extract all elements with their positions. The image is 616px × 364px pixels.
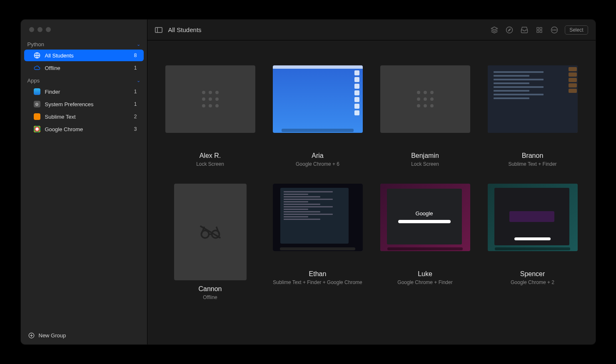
app-window: Python ⌄ All Students 8 Offline 1 Apps ⌄… <box>21 20 596 344</box>
sidebar-item-count: 1 <box>134 65 137 71</box>
student-status: Sublime Text + Finder <box>508 161 556 167</box>
sidebar-section-python[interactable]: Python ⌄ <box>21 38 147 49</box>
close-icon[interactable] <box>29 27 34 32</box>
zoom-icon[interactable] <box>46 27 51 32</box>
student-card[interactable]: Google Luke Google Chrome + Finder <box>379 184 471 300</box>
svg-rect-7 <box>540 30 542 32</box>
page-title: All Students <box>168 26 202 33</box>
student-thumbnail <box>174 184 247 280</box>
grid-icon[interactable] <box>535 25 544 35</box>
minimize-icon[interactable] <box>37 27 42 32</box>
student-card[interactable]: Benjamin Lock Screen <box>379 65 471 167</box>
sidebar-item-offline[interactable]: Offline 1 <box>24 62 144 74</box>
sidebar-item-count: 1 <box>134 101 137 107</box>
sidebar: Python ⌄ All Students 8 Offline 1 Apps ⌄… <box>21 20 147 344</box>
sidebar-item-label: Offline <box>45 65 134 71</box>
sidebar-item-label: Finder <box>45 89 134 95</box>
sublime-icon <box>33 113 41 120</box>
sidebar-item-finder[interactable]: Finder 1 <box>24 86 144 97</box>
student-name: Spencer <box>520 270 545 278</box>
sidebar-item-label: All Students <box>45 52 134 59</box>
student-thumbnail <box>273 184 363 251</box>
student-name: Benjamin <box>411 152 439 160</box>
svg-rect-6 <box>537 30 539 32</box>
svg-point-3 <box>506 27 513 33</box>
svg-point-11 <box>556 30 556 30</box>
student-status: Lock Screen <box>196 161 224 167</box>
sidebar-item-label: System Preferences <box>45 101 134 107</box>
sidebar-item-count: 1 <box>134 89 137 95</box>
student-grid: Alex R. Lock Screen Aria Google Chrome +… <box>147 40 596 344</box>
student-thumbnail <box>380 65 470 133</box>
compass-icon[interactable] <box>505 25 514 35</box>
student-name: Branon <box>522 152 544 160</box>
student-status: Lock Screen <box>411 161 439 167</box>
student-name: Alex R. <box>200 152 221 160</box>
student-status: Google Chrome + Finder <box>397 279 452 285</box>
student-thumbnail <box>488 65 578 133</box>
plus-circle-icon <box>28 332 35 339</box>
svg-rect-4 <box>537 27 539 30</box>
lock-screen-icon <box>417 91 434 107</box>
offline-icon <box>199 224 222 240</box>
toolbar: All Students Select <box>147 20 596 40</box>
student-card[interactable]: Aria Google Chrome + 6 <box>272 65 364 167</box>
content: All Students Select <box>147 20 596 344</box>
student-name: Aria <box>312 152 323 160</box>
svg-point-9 <box>553 30 554 30</box>
sidebar-item-label: Sublime Text <box>45 114 134 120</box>
student-card[interactable]: Ethan Sublime Text + Finder + Google Chr… <box>272 184 364 300</box>
student-name: Ethan <box>309 270 327 278</box>
student-status: Offline <box>203 294 217 300</box>
sidebar-section-apps[interactable]: Apps ⌄ <box>21 74 147 85</box>
section-title: Python <box>27 41 44 47</box>
svg-point-10 <box>554 30 555 30</box>
student-card[interactable]: Cannon Offline <box>164 184 257 300</box>
lock-screen-icon <box>202 91 219 107</box>
student-thumbnail <box>165 65 255 133</box>
more-icon[interactable] <box>550 25 559 35</box>
inbox-icon[interactable] <box>520 25 529 35</box>
gear-icon: ⚙︎ <box>33 100 41 108</box>
chrome-icon <box>33 125 41 133</box>
student-card[interactable]: Alex R. Lock Screen <box>164 65 257 167</box>
select-button[interactable]: Select <box>565 25 588 35</box>
svg-rect-2 <box>155 27 162 32</box>
sidebar-item-system-preferences[interactable]: ⚙︎ System Preferences 1 <box>24 98 144 110</box>
sidebar-item-count: 3 <box>134 126 137 132</box>
sidebar-item-sublime-text[interactable]: Sublime Text 2 <box>24 111 144 122</box>
sidebar-item-label: Google Chrome <box>45 126 134 132</box>
section-title: Apps <box>27 77 40 84</box>
student-name: Luke <box>418 270 432 278</box>
student-status: Google Chrome + 6 <box>296 161 339 167</box>
student-card[interactable]: Spencer Google Chrome + 2 <box>486 184 579 300</box>
sidebar-item-google-chrome[interactable]: Google Chrome 3 <box>24 123 144 135</box>
window-controls <box>21 20 147 38</box>
student-thumbnail <box>488 184 578 251</box>
student-name: Cannon <box>198 285 222 293</box>
sidebar-toggle-icon[interactable] <box>155 27 162 33</box>
svg-rect-5 <box>540 27 542 30</box>
finder-icon <box>33 88 41 95</box>
cloud-off-icon <box>33 64 41 72</box>
chevron-down-icon: ⌄ <box>137 78 140 83</box>
student-thumbnail: Google <box>380 184 470 251</box>
student-status: Sublime Text + Finder + Google Chrome <box>273 279 362 285</box>
student-card[interactable]: Branon Sublime Text + Finder <box>486 65 579 167</box>
sidebar-item-count: 8 <box>134 52 137 58</box>
sidebar-item-count: 2 <box>134 114 137 120</box>
student-status: Google Chrome + 2 <box>511 279 554 285</box>
new-group-label: New Group <box>39 332 66 339</box>
sidebar-item-all-students[interactable]: All Students 8 <box>24 50 144 61</box>
chevron-down-icon: ⌄ <box>137 42 140 47</box>
student-thumbnail <box>273 65 363 133</box>
new-group-button[interactable]: New Group <box>21 327 147 344</box>
globe-icon <box>33 52 41 59</box>
layers-icon[interactable] <box>490 25 499 35</box>
